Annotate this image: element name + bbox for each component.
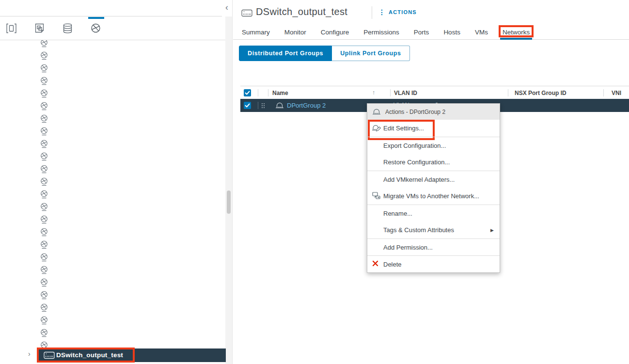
column-header-nsx-port-group-id[interactable]: NSX Port Group ID	[515, 90, 566, 96]
menu-item-rename[interactable]: Rename...	[367, 205, 500, 222]
network-globe-icon	[40, 202, 48, 212]
delete-icon	[372, 260, 381, 267]
vms-and-templates-icon[interactable]	[34, 23, 46, 35]
inventory-nav-bar	[0, 21, 222, 40]
tree-item[interactable]	[0, 49, 225, 62]
tree-item[interactable]	[0, 125, 225, 138]
network-globe-icon	[40, 89, 48, 98]
drag-handle-icon[interactable]	[262, 103, 263, 104]
chevron-right-icon[interactable]: ›	[28, 350, 31, 358]
context-menu-header: Actions - DPortGroup 2	[367, 104, 500, 120]
tree-item[interactable]	[0, 238, 225, 251]
tree-item[interactable]	[0, 138, 225, 150]
column-header-name[interactable]: Name	[272, 90, 288, 96]
sidebar-scrollbar[interactable]	[225, 16, 232, 364]
tree-item[interactable]	[0, 75, 225, 87]
menu-item-delete[interactable]: Delete	[367, 255, 500, 272]
menu-item-edit-settings[interactable]: Edit Settings...	[367, 120, 500, 137]
dswitch-icon	[241, 9, 252, 17]
menu-item-label: Edit Settings...	[383, 125, 424, 132]
hosts-and-clusters-icon[interactable]	[6, 23, 17, 35]
divider	[372, 6, 372, 19]
tab-vms[interactable]: VMs	[475, 29, 488, 36]
tab-monitor[interactable]: Monitor	[284, 29, 306, 36]
network-globe-icon	[40, 139, 48, 149]
tree-item[interactable]	[0, 301, 225, 314]
tree-item[interactable]	[0, 87, 225, 100]
menu-item-export-configuration[interactable]: Export Configuration...	[367, 137, 500, 154]
divider	[603, 89, 604, 96]
network-globe-icon	[40, 101, 48, 111]
tab-hosts[interactable]: Hosts	[443, 29, 460, 36]
network-globe-icon	[40, 303, 48, 313]
portgroup-type-toggle: Distributed Port GroupsUplink Port Group…	[239, 46, 410, 61]
network-globe-icon	[40, 316, 48, 325]
divider	[258, 102, 258, 109]
tab-configure[interactable]: Configure	[321, 29, 349, 36]
tree-item[interactable]	[0, 251, 225, 264]
tree-item[interactable]	[0, 150, 225, 163]
actions-button[interactable]: ⋮ ACTIONS	[378, 9, 417, 16]
tree-item[interactable]	[0, 213, 225, 226]
menu-item-label: Add VMkernel Adapters...	[383, 176, 455, 183]
dswitch-icon	[44, 351, 55, 359]
tree-item[interactable]	[0, 276, 225, 289]
column-header-vni[interactable]: VNI	[612, 90, 621, 96]
submenu-arrow-icon: ▶	[490, 228, 494, 233]
menu-item-label: Tags & Custom Attributes	[383, 226, 454, 234]
network-globe-icon	[40, 265, 48, 275]
menu-item-tags-custom-attributes[interactable]: Tags & Custom Attributes▶	[367, 222, 500, 238]
tree-item[interactable]	[0, 289, 225, 301]
tree-item[interactable]	[0, 226, 225, 238]
tree-item[interactable]	[0, 175, 225, 188]
network-globe-icon	[40, 63, 48, 73]
tree-item[interactable]	[0, 40, 225, 49]
row-checkbox[interactable]	[244, 102, 251, 109]
menu-item-add-vmkernel-adapters[interactable]: Add VMkernel Adapters...	[367, 171, 500, 188]
port-group-name-link[interactable]: DPortGroup 2	[287, 102, 326, 109]
tree-item[interactable]	[0, 314, 225, 327]
subtab-distributed-port-groups[interactable]: Distributed Port Groups	[239, 46, 332, 61]
networking-icon[interactable]	[90, 23, 102, 35]
network-globe-icon	[40, 240, 48, 250]
menu-item-label: Delete	[383, 261, 402, 268]
tree-item[interactable]	[0, 163, 225, 175]
tab-ports[interactable]: Ports	[414, 29, 429, 36]
tree-item[interactable]	[0, 100, 225, 112]
tree-item[interactable]	[0, 264, 225, 276]
divider	[508, 89, 508, 96]
column-header-vlan-id[interactable]: VLAN ID	[394, 90, 417, 96]
network-globe-icon	[40, 341, 48, 348]
subtab-uplink-port-groups[interactable]: Uplink Port Groups	[332, 46, 409, 61]
tab-permissions[interactable]: Permissions	[363, 29, 399, 36]
tab-summary[interactable]: Summary	[242, 29, 270, 36]
network-globe-icon	[40, 40, 48, 48]
tree-item[interactable]	[0, 327, 225, 339]
divider	[390, 89, 391, 96]
menu-item-add-permission[interactable]: Add Permission...	[367, 238, 500, 255]
tree-item[interactable]: — — — — — — ·	[0, 339, 225, 348]
tree-item[interactable]	[0, 62, 225, 75]
tree-item[interactable]	[0, 201, 225, 213]
storage-icon[interactable]	[62, 23, 74, 35]
tree-item[interactable]	[0, 188, 225, 201]
tree-item[interactable]	[0, 112, 225, 125]
sort-ascending-icon[interactable]	[372, 89, 375, 96]
port-group-icon	[275, 101, 284, 110]
menu-item-restore-configuration[interactable]: Restore Configuration...	[367, 154, 500, 171]
vertical-dots-icon: ⋮	[378, 9, 385, 16]
network-globe-icon	[40, 227, 48, 237]
select-all-checkbox[interactable]	[244, 89, 251, 96]
network-globe-icon	[40, 278, 48, 287]
tab-networks[interactable]: Networks	[503, 29, 530, 36]
scrollbar-thumb[interactable]	[227, 190, 231, 214]
network-globe-icon	[40, 177, 48, 187]
network-globe-icon	[40, 290, 48, 300]
chevron-left-icon[interactable]: ‹	[222, 2, 231, 13]
migrate-vms-icon	[372, 191, 381, 200]
menu-item-migrate-vms-to-another-network[interactable]: Migrate VMs to Another Network...	[367, 188, 500, 205]
port-group-icon	[372, 108, 381, 116]
inventory-sidebar: ‹ — — — — — — · › DSwitch_output_test	[0, 0, 233, 364]
sidebar-item-dswitch-output-test[interactable]: › DSwitch_output_test	[0, 348, 226, 362]
edit-settings-icon	[372, 124, 381, 132]
